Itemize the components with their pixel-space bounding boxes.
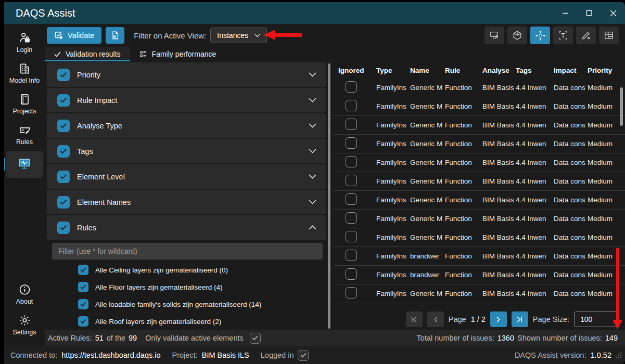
table-row[interactable]: FamilyIns brandwer Function BIM Basis 4.…	[334, 266, 625, 284]
cell-type: FamilyIns	[376, 121, 410, 129]
next-page-button[interactable]	[490, 311, 507, 327]
logged-in-label: Logged in	[261, 351, 294, 359]
logged-in-checkbox[interactable]	[298, 350, 309, 361]
table-row[interactable]: FamilyIns Generic M Function BIM Basis 4…	[334, 135, 625, 153]
tab-family-performance[interactable]: Family performance	[130, 47, 226, 61]
resize-grip-icon[interactable]	[616, 352, 622, 358]
chevron-down-icon[interactable]	[309, 174, 316, 179]
filter-section[interactable]: Priority	[47, 62, 326, 87]
close-button[interactable]	[601, 2, 625, 24]
table-row[interactable]: FamilyIns Generic M Function BIM Basis 4…	[334, 153, 625, 172]
ignored-checkbox[interactable]	[346, 287, 357, 298]
sidebar-item-rules[interactable]: Rules	[6, 120, 43, 150]
ignored-checkbox[interactable]	[346, 231, 357, 242]
ignored-checkbox[interactable]	[346, 137, 357, 149]
table-row[interactable]: FamilyIns Generic M Function BIM Basis 4…	[334, 172, 625, 191]
page-size-input[interactable]	[574, 311, 618, 327]
first-page-button[interactable]	[406, 311, 423, 327]
issues-table-scrollbar[interactable]	[620, 87, 623, 126]
select-text-button[interactable]	[553, 27, 573, 44]
total-issues-label: Total number of issues:	[417, 334, 494, 342]
minimize-button[interactable]	[553, 2, 577, 24]
table-view-button[interactable]	[599, 27, 619, 44]
chevron-down-icon[interactable]	[309, 200, 316, 204]
sidebar-item-projects[interactable]: Projects	[6, 89, 43, 119]
filters-scrollbar[interactable]	[328, 63, 330, 329]
ignored-checkbox[interactable]	[346, 212, 357, 224]
rules-filter-input[interactable]	[52, 243, 323, 259]
cell-analyse: BIM Basis	[482, 140, 516, 148]
filter-section[interactable]: Analyse Type	[47, 113, 326, 138]
rule-item[interactable]: Alle Ceiling layers zijn gematerialiseer…	[47, 262, 326, 279]
ignored-checkbox[interactable]	[346, 81, 357, 93]
section-checkbox[interactable]	[57, 171, 70, 183]
rule-checkbox[interactable]	[78, 282, 88, 292]
column-header: Analyse	[482, 67, 516, 74]
filter-section-rules[interactable]: Rules	[47, 215, 326, 240]
ignored-checkbox[interactable]	[346, 268, 357, 280]
screen-share-button[interactable]	[484, 27, 504, 44]
cube-button[interactable]	[507, 27, 527, 44]
sidebar-item-validation-monitor[interactable]	[6, 151, 43, 178]
cell-name: Generic M	[410, 159, 445, 166]
cell-priority: Medium	[588, 290, 619, 297]
sidebar-item-settings[interactable]: Settings	[6, 310, 43, 340]
sidebar-item-login[interactable]: Login	[6, 28, 43, 58]
cell-name: Generic M	[410, 84, 445, 92]
edit-annotate-button[interactable]	[576, 27, 596, 44]
table-row[interactable]: FamilyIns Generic M Function BIM Basis 4…	[334, 116, 625, 135]
last-page-button[interactable]	[512, 311, 528, 327]
table-row[interactable]: FamilyIns Generic M Function BIM Basis 4…	[334, 284, 625, 303]
ignored-checkbox[interactable]	[346, 250, 357, 261]
version-label: DAQS Assist version:	[515, 351, 586, 359]
validate-button[interactable]: Validate	[47, 27, 101, 44]
chevron-down-icon	[254, 34, 260, 37]
chevron-down-icon[interactable]	[309, 123, 316, 128]
rule-item[interactable]: Alle loadable family's solids zijn gemat…	[47, 296, 326, 313]
section-checkbox[interactable]	[57, 120, 70, 132]
ignored-checkbox[interactable]	[346, 119, 357, 130]
locked-file-button[interactable]	[106, 27, 124, 44]
section-checkbox[interactable]	[57, 145, 70, 158]
ignored-checkbox[interactable]	[346, 175, 357, 186]
ignored-checkbox[interactable]	[346, 156, 357, 167]
section-checkbox[interactable]	[57, 222, 70, 234]
rule-checkbox[interactable]	[78, 316, 88, 327]
close-icon	[610, 10, 617, 17]
filter-section[interactable]: Tags	[47, 139, 326, 163]
cell-analyse: BIM Basis	[482, 290, 516, 297]
ignored-checkbox[interactable]	[346, 193, 357, 205]
cell-type: FamilyIns	[376, 215, 410, 223]
section-checkbox[interactable]	[57, 196, 70, 209]
table-row[interactable]: FamilyIns Generic M Function BIM Basis 4…	[334, 97, 625, 116]
chevron-down-icon[interactable]	[309, 149, 316, 153]
sidebar-item-model-info[interactable]: Model Info	[6, 59, 43, 88]
table-row[interactable]: FamilyIns Generic M Function BIM Basis 4…	[334, 191, 625, 210]
section-checkbox[interactable]	[57, 94, 70, 107]
chevron-down-icon[interactable]	[309, 98, 316, 102]
connected-url[interactable]: https://test.dashboard.daqs.io	[61, 351, 160, 359]
chevron-down-icon[interactable]	[309, 72, 316, 77]
rule-checkbox[interactable]	[78, 265, 88, 275]
view-filter-dropdown[interactable]: Instances	[210, 28, 267, 43]
table-row[interactable]: FamilyIns Generic M Function BIM Basis 4…	[334, 228, 625, 247]
chevron-up-icon[interactable]	[309, 225, 316, 230]
table-row[interactable]: FamilyIns Generic M Function BIM Basis 4…	[334, 210, 625, 228]
section-checkbox[interactable]	[57, 69, 70, 81]
rule-item[interactable]: Alle Roof layers zijn gematerialiseerd (…	[47, 313, 326, 330]
filter-section[interactable]: Rule Impact	[47, 88, 326, 112]
previous-page-button[interactable]	[427, 311, 444, 327]
move-element-button[interactable]	[530, 27, 550, 44]
ignored-checkbox[interactable]	[346, 100, 357, 111]
rule-checkbox[interactable]	[78, 299, 88, 309]
rule-item[interactable]: Alle Floor layers zijn gematerialiseerd …	[47, 279, 326, 296]
check-icon	[60, 72, 67, 77]
sidebar-item-about[interactable]: About	[6, 280, 43, 309]
maximize-button[interactable]	[577, 2, 601, 24]
table-row[interactable]: FamilyIns brandwer Function BIM Basis 4.…	[334, 247, 625, 266]
filter-section[interactable]: Element Level	[47, 164, 326, 189]
filter-section[interactable]: Element Names	[47, 190, 326, 214]
tab-validation-results[interactable]: Validation results	[45, 47, 130, 61]
table-row[interactable]: FamilyIns Generic M Function BIM Basis 4…	[334, 79, 625, 97]
only-validate-checkbox[interactable]	[250, 333, 261, 344]
